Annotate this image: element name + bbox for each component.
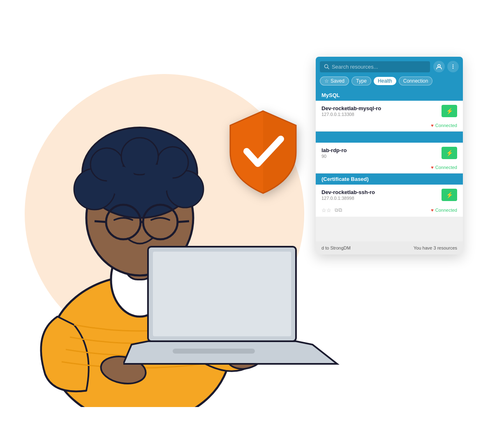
connected-to-label: d to StrongDM [321,245,351,250]
connected-badge-ssh: ♥ Connected [431,208,457,213]
svg-rect-20 [153,252,291,336]
resource-name-ssh: Dev-rocketlab-ssh-ro [321,189,438,195]
laptop-illustration [123,243,362,376]
svg-point-26 [453,66,453,67]
resource-footer-mysql: ♥ Connected [316,121,463,131]
connect-button-rdp[interactable]: ⚡ [442,147,457,159]
svg-point-27 [453,68,453,69]
resource-item-mysql: Dev-rocketlab-mysql-ro 127.0.0.1:13308 ⚡… [316,101,463,131]
connected-badge-mysql: ♥ Connected [431,123,457,128]
svg-line-23 [328,67,329,69]
resource-main-ssh: Dev-rocketlab-ssh-ro 127.0.0.1:38998 ⚡ [316,185,463,205]
bottom-bar: d to StrongDM You have 3 resources [316,241,463,254]
connect-button-mysql[interactable]: ⚡ [442,105,457,117]
search-icon [324,64,329,69]
security-shield [224,107,302,197]
filter-type[interactable]: Type [351,76,371,86]
bookmark-icon-ssh[interactable]: ☆ [321,207,331,213]
resource-info-rdp: lab-rdp-ro 90 [321,147,438,159]
resource-info-mysql: Dev-rocketlab-mysql-ro 127.0.0.1:13308 [321,105,438,117]
section-cert: (Certificate Based) [316,173,463,185]
resource-addr-rdp: 90 [321,154,438,159]
search-input[interactable] [332,64,426,70]
svg-line-16 [178,221,189,222]
resource-name-rdp: lab-rdp-ro [321,147,438,153]
resource-name-mysql: Dev-rocketlab-mysql-ro [321,105,438,111]
spacer-area [316,217,463,241]
resource-footer-rdp: ♥ Connected [316,163,463,173]
heart-icon-rdp: ♥ [431,165,434,170]
filter-bar: ☆ Saved Type Health Connection [316,76,463,90]
filter-health[interactable]: Health [374,77,396,85]
resource-main-rdp: lab-rdp-ro 90 ⚡ [316,143,463,163]
resource-main-mysql: Dev-rocketlab-mysql-ro 127.0.0.1:13308 ⚡ [316,101,463,121]
filter-connection[interactable]: Connection [399,76,433,86]
resource-item-ssh: Dev-rocketlab-ssh-ro 127.0.0.1:38998 ⚡ ☆… [316,185,463,217]
heart-icon-mysql: ♥ [431,123,434,128]
connected-badge-rdp: ♥ Connected [431,165,457,170]
svg-point-11 [144,164,173,193]
svg-line-15 [95,221,106,222]
svg-point-24 [438,65,440,67]
resource-footer-actions: ☆ ⧉ [321,207,428,213]
section-mysql: MySQL [316,90,463,101]
section-rdp [316,132,463,143]
svg-rect-21 [173,349,255,354]
svg-point-10 [107,167,136,195]
search-input-wrap[interactable] [320,61,430,72]
menu-icon-button[interactable] [447,61,459,72]
connect-button-ssh[interactable]: ⚡ [442,189,457,201]
resource-count-label: You have 3 resources [414,245,457,250]
resource-item-rdp: lab-rdp-ro 90 ⚡ ♥ Connected [316,143,463,173]
copy-icon-ssh[interactable]: ⧉ [335,207,342,213]
svg-point-25 [453,65,453,65]
heart-icon-ssh: ♥ [431,208,434,213]
filter-saved[interactable]: ☆ Saved [320,76,349,86]
header-icons [433,61,459,72]
star-icon: ☆ [324,78,329,84]
search-bar [316,57,463,76]
resource-info-ssh: Dev-rocketlab-ssh-ro 127.0.0.1:38998 [321,189,438,201]
more-icon [450,64,456,69]
profile-icon [436,64,442,69]
profile-icon-button[interactable] [433,61,445,72]
app-panel: ☆ Saved Type Health Connection MySQL Dev… [316,57,463,254]
resource-addr-mysql: 127.0.0.1:13308 [321,112,438,117]
resource-footer-ssh: ☆ ⧉ ♥ Connected [316,205,463,217]
resource-addr-ssh: 127.0.0.1:38998 [321,196,438,201]
